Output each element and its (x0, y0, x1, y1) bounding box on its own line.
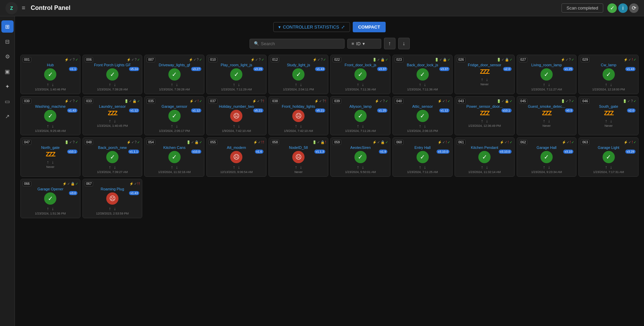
down-arrow-icon[interactable]: ↓ (548, 165, 550, 170)
sidebar-item-settings[interactable]: ⚙ (1, 50, 14, 63)
device-card[interactable]: 040 ⚡✓!✓ Attic_sensor ✓ v1.12 ↑ ↓ 1/23/2… (392, 96, 453, 136)
down-arrow-icon[interactable]: ↓ (300, 123, 302, 128)
down-arrow-icon[interactable]: ↓ (610, 82, 612, 87)
down-arrow-icon[interactable]: ↓ (424, 82, 426, 87)
up-arrow-icon[interactable]: ↑ (171, 165, 173, 170)
up-arrow-icon[interactable]: ↑ (47, 206, 49, 211)
search-input[interactable] (261, 41, 340, 46)
device-card[interactable]: 012 ⚡✓?✓ Study_light_js ✓ v1.43 ↑ ↓ 1/23… (269, 55, 329, 94)
device-card[interactable]: 029 ⚡✓!✓ Cw_lamp ✓ v1.43 ↑ ↓ 1/23/2024, … (578, 55, 639, 94)
device-card[interactable]: 067 ⚡✓!! Roaming Plug ☹ v1.43 ↑ ↓ 12/28/… (82, 179, 143, 218)
search-box[interactable]: 🔍 (250, 39, 345, 49)
sidebar-item-camera[interactable]: ▣ (1, 65, 14, 78)
device-card[interactable]: 043 🔋✓🔒✓ Power_sensor_door... ZZZ v10.1 … (455, 96, 515, 136)
device-card[interactable]: 026 🔋✓🔒✓ Fridge_door_sensor ZZZ v2.0 ↑ ↓… (455, 55, 515, 94)
status-green-icon[interactable]: ✓ (607, 3, 617, 13)
device-card[interactable]: 022 🔋✓🔒✓ Front_door_lock_js ✓ v3.37 ↑ ↓ … (330, 55, 390, 94)
up-arrow-icon[interactable]: ↑ (543, 82, 545, 87)
up-arrow-icon[interactable]: ↑ (419, 82, 421, 87)
up-arrow-icon[interactable]: ↑ (605, 165, 607, 170)
down-arrow-icon[interactable]: ↓ (300, 82, 302, 87)
down-arrow-icon[interactable]: ↓ (486, 77, 488, 82)
device-card[interactable]: 048 ⚡✓?✓ Back_porch_new ✓ v1.1.1 ↑ ↓ 1/2… (82, 137, 143, 177)
up-arrow-icon[interactable]: ↑ (171, 123, 173, 128)
down-arrow-icon[interactable]: ↓ (610, 118, 612, 123)
sidebar-item-folder[interactable]: ▭ (1, 95, 14, 107)
down-arrow-icon[interactable]: ↓ (424, 123, 426, 128)
device-card[interactable]: 006 ⚡✓?✓ Front Porch Lights GF ✓ v5.24 ↑… (82, 55, 143, 94)
device-card[interactable]: 059 ⚡✓🔒✓ AeotecSiren ✓ v1.9 ↑ ↓ 1/23/202… (330, 137, 390, 177)
device-card[interactable]: 045 🔋✓?✓ Guest_smoke_detec... ZZZ v0.5 ↑… (517, 96, 577, 136)
up-arrow-icon[interactable]: ↑ (109, 165, 111, 170)
device-card[interactable]: 007 ⚡✓?✓ Driveway_lights_gf ✓ v3.27 ↑ ↓ … (144, 55, 204, 94)
down-arrow-icon[interactable]: ↓ (52, 159, 54, 165)
device-card[interactable]: 063 ⚡✓!✓ Garage Light ✓ v3.29 ↑ ↓ 1/23/2… (578, 137, 639, 177)
down-arrow-icon[interactable]: ↓ (52, 123, 54, 128)
sort-asc-button[interactable]: ↑ (384, 38, 395, 49)
down-arrow-icon[interactable]: ↓ (300, 165, 302, 170)
device-card[interactable]: 046 🔋✓?✓ South_gate ZZZ v2.0 ↑ ↓ Never (578, 96, 639, 136)
down-arrow-icon[interactable]: ↓ (238, 123, 240, 128)
up-arrow-icon[interactable]: ↑ (47, 82, 49, 87)
device-card[interactable]: 058 🔋✓🔒! NodeID_58 ☹ v1.1.3 ↑ ↓ Never (269, 137, 329, 177)
scan-completed-button[interactable]: Scan completed (562, 3, 603, 13)
down-arrow-icon[interactable]: ↓ (610, 165, 612, 170)
up-arrow-icon[interactable]: ↑ (109, 206, 111, 211)
up-arrow-icon[interactable]: ↑ (543, 118, 545, 123)
down-arrow-icon[interactable]: ↓ (114, 82, 116, 87)
up-arrow-icon[interactable]: ↑ (233, 82, 235, 87)
sort-desc-button[interactable]: ↓ (398, 38, 410, 49)
up-arrow-icon[interactable]: ↑ (295, 123, 297, 128)
controller-stats-button[interactable]: ▾ CONTROLLER STATISTICS ⤢ (273, 22, 350, 32)
down-arrow-icon[interactable]: ↓ (114, 206, 116, 211)
down-arrow-icon[interactable]: ↓ (176, 123, 178, 128)
device-card[interactable]: 047 🔋✓?✓ North_gate ZZZ v10.1 ↑ ↓ Never (20, 137, 80, 177)
device-card[interactable]: 054 🔋✓🔒✓ Kitchen Cans ✓ v10.0 ↑ ↓ 1/23/2… (144, 137, 204, 177)
down-arrow-icon[interactable]: ↓ (114, 118, 116, 123)
up-arrow-icon[interactable]: ↑ (233, 123, 235, 128)
down-arrow-icon[interactable]: ↓ (114, 165, 116, 170)
device-card[interactable]: 061 ⚡✓!✓ Kitchen Pendant ✓ v3.10.0 ↑ ↓ 1… (455, 137, 515, 177)
info-icon[interactable]: i (618, 3, 628, 13)
device-card[interactable]: 060 ⚡✓!✓ Entry Hall ✓ v3.10.0 ↑ ↓ 1/23/2… (392, 137, 453, 177)
up-arrow-icon[interactable]: ↑ (357, 82, 359, 87)
down-arrow-icon[interactable]: ↓ (52, 206, 54, 211)
sidebar-item-share[interactable]: ↗ (1, 110, 14, 122)
compact-button[interactable]: COMPACT (353, 22, 386, 32)
up-arrow-icon[interactable]: ↑ (419, 165, 421, 170)
up-arrow-icon[interactable]: ↑ (233, 165, 235, 170)
device-card[interactable]: 038 ⚡✓?! Front_holiday_lights ☹ v5.21 ↑ … (269, 96, 329, 136)
sidebar-item-bug[interactable]: ✦ (1, 80, 14, 92)
down-arrow-icon[interactable]: ↓ (362, 165, 364, 170)
device-card[interactable]: 035 ⚡✓!✓ Garage_sensor ✓ v1.12 ↑ ↓ 1/23/… (144, 96, 204, 136)
up-arrow-icon[interactable]: ↑ (109, 118, 111, 123)
device-card[interactable]: 001 ⚡✓?✓ Hub ✓ v1.1 ↑ ↓ 1/23/2024, 1:40:… (20, 55, 80, 94)
down-arrow-icon[interactable]: ↓ (486, 165, 488, 170)
up-arrow-icon[interactable]: ↑ (47, 123, 49, 128)
down-arrow-icon[interactable]: ↓ (548, 82, 550, 87)
device-card[interactable]: 030 ⚡✓?✓ Washing_machine ✓ v1.43 ↑ ↓ 1/2… (20, 96, 80, 136)
up-arrow-icon[interactable]: ↑ (543, 165, 545, 170)
down-arrow-icon[interactable]: ↓ (424, 165, 426, 170)
up-arrow-icon[interactable]: ↑ (481, 165, 483, 170)
device-card[interactable]: 027 ⚡✓?✓ Living_room_lamp ✓ v1.25 ↑ ↓ 1/… (517, 55, 577, 94)
down-arrow-icon[interactable]: ↓ (362, 82, 364, 87)
up-arrow-icon[interactable]: ↑ (357, 123, 359, 128)
sidebar-item-dashboard[interactable]: ⊞ (1, 20, 14, 33)
up-arrow-icon[interactable]: ↑ (295, 165, 297, 170)
device-card[interactable]: 062 ⚡✓!✓ Garage Hall ✓ v3.10 ↑ ↓ 1/23/20… (517, 137, 577, 177)
up-arrow-icon[interactable]: ↑ (47, 159, 49, 165)
history-icon[interactable]: ⟳ (629, 3, 639, 13)
device-card[interactable]: 055 ⚡✓!! Att_modem ☹ v1.6 ↑ ↓ 12/13/2023… (206, 137, 266, 177)
up-arrow-icon[interactable]: ↑ (109, 82, 111, 87)
down-arrow-icon[interactable]: ↓ (486, 118, 488, 123)
down-arrow-icon[interactable]: ↓ (176, 82, 178, 87)
up-arrow-icon[interactable]: ↑ (419, 123, 421, 128)
down-arrow-icon[interactable]: ↓ (548, 118, 550, 123)
sidebar-item-qr[interactable]: ⊟ (1, 35, 14, 48)
up-arrow-icon[interactable]: ↑ (605, 82, 607, 87)
sort-button[interactable]: ≡ ID ▾ (347, 39, 381, 49)
down-arrow-icon[interactable]: ↓ (52, 82, 54, 87)
device-card[interactable]: 039 ⚡✓?✓ Allyson_lamp ✓ v1.25 ↑ ↓ 1/23/2… (330, 96, 390, 136)
down-arrow-icon[interactable]: ↓ (238, 82, 240, 87)
